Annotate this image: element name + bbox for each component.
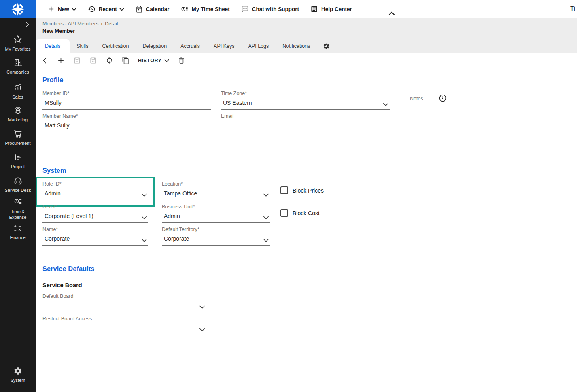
business-unit-dropdown[interactable]: Admin	[162, 212, 270, 223]
default-board-field: Default Board	[42, 293, 211, 312]
gear-icon	[13, 367, 22, 375]
tab-api-logs[interactable]: API Logs	[242, 39, 276, 53]
top-nav: New Recent Calendar My Time Sheet Chat w…	[48, 0, 352, 18]
sidebar-item-time-expense[interactable]: Time & Expense	[0, 197, 36, 220]
checkbox-unchecked-icon	[280, 209, 288, 217]
member-id-field: Member ID* MSully	[42, 91, 211, 110]
level-value: Corporate (Level 1)	[42, 212, 148, 220]
name-value: Corporate	[42, 235, 148, 243]
sidebar-item-label: Time & Expense	[0, 209, 36, 220]
sidebar-item-my-favorites[interactable]: My Favorites	[0, 34, 36, 52]
business-unit-field: Business Unit* Admin	[162, 204, 270, 223]
chat-with-support-button[interactable]: Chat with Support	[241, 5, 299, 13]
notes-timestamp-button[interactable]	[439, 94, 447, 102]
tab-skills[interactable]: Skills	[70, 39, 95, 53]
recent-button[interactable]: Recent	[88, 5, 124, 13]
restrict-board-access-label: Restrict Board Access	[42, 316, 211, 322]
tab-accruals[interactable]: Accruals	[174, 39, 207, 53]
record-toolbar: HISTORY	[36, 53, 577, 68]
history-icon	[88, 5, 95, 13]
member-id-input[interactable]: MSully	[42, 99, 211, 110]
my-time-sheet-label: My Time Sheet	[192, 6, 230, 12]
save-and-close-button[interactable]	[89, 57, 97, 64]
restrict-board-access-dropdown[interactable]	[42, 324, 211, 335]
tab-notifications[interactable]: Notifications	[276, 39, 317, 53]
sidebar-item-label: Project	[9, 164, 27, 170]
role-id-field: Role ID* Admin	[42, 181, 148, 200]
chat-with-support-label: Chat with Support	[252, 6, 299, 12]
tab-api-keys[interactable]: API Keys	[207, 39, 241, 53]
sidebar-item-sales[interactable]: Sales	[0, 83, 36, 100]
profile-section-heading: Profile	[42, 76, 63, 84]
location-dropdown[interactable]: Tampa Office	[162, 189, 270, 200]
history-dropdown[interactable]: HISTORY	[138, 58, 169, 64]
marketing-icon	[13, 106, 23, 115]
member-id-value: MSully	[42, 99, 211, 107]
chevron-down-icon	[383, 103, 389, 106]
companies-icon	[13, 58, 23, 67]
default-board-dropdown[interactable]	[42, 301, 211, 312]
sidebar-expand-button[interactable]	[24, 21, 30, 28]
default-territory-label: Default Territory*	[162, 227, 270, 233]
timesheet-icon	[181, 5, 189, 13]
sidebar-item-label: Procurement	[3, 140, 33, 146]
back-button[interactable]	[41, 57, 49, 64]
breadcrumb-link[interactable]: Members - API Members	[42, 21, 98, 27]
add-button[interactable]	[57, 57, 65, 64]
connectwise-logo[interactable]	[0, 0, 36, 18]
copy-button[interactable]	[122, 57, 129, 64]
my-time-sheet-button[interactable]: My Time Sheet	[181, 5, 230, 13]
sidebar-item-project[interactable]: Project	[0, 153, 36, 170]
collapse-topbar-button[interactable]	[388, 11, 395, 15]
notes-textarea[interactable]	[410, 108, 577, 146]
location-value: Tampa Office	[162, 189, 270, 198]
level-label: Level*	[42, 204, 148, 210]
block-prices-checkbox[interactable]: Block Prices	[280, 186, 324, 194]
new-button[interactable]: New	[48, 6, 76, 13]
sidebar-item-marketing[interactable]: Marketing	[0, 106, 36, 123]
block-cost-checkbox[interactable]: Block Cost	[280, 209, 320, 217]
business-unit-label: Business Unit*	[162, 204, 270, 210]
breadcrumb-current: Detail	[105, 21, 118, 27]
time-zone-dropdown[interactable]: US Eastern	[221, 99, 390, 110]
tab-delegation[interactable]: Delegation	[136, 39, 174, 53]
chevron-down-icon	[263, 216, 269, 220]
chevron-down-icon	[119, 8, 124, 11]
sidebar-item-label: My Favorites	[3, 46, 33, 52]
tab-certification[interactable]: Certification	[95, 39, 136, 53]
sidebar-item-system[interactable]: System	[0, 367, 36, 383]
role-id-dropdown[interactable]: Admin	[42, 189, 148, 200]
sidebar-item-finance[interactable]: Finance	[0, 223, 36, 240]
sales-icon	[13, 83, 23, 92]
refresh-button[interactable]	[106, 57, 113, 64]
tab-details[interactable]: Details	[36, 39, 70, 53]
calendar-label: Calendar	[146, 6, 170, 12]
delete-button[interactable]	[178, 57, 185, 64]
chevron-down-icon	[263, 239, 269, 242]
default-territory-dropdown[interactable]: Corporate	[162, 235, 270, 246]
breadcrumb-separator: ›	[101, 21, 102, 27]
name-dropdown[interactable]: Corporate	[42, 235, 148, 246]
email-input[interactable]	[221, 121, 390, 132]
finance-icon	[13, 223, 23, 233]
member-name-input[interactable]: Matt Sully	[42, 121, 211, 132]
level-field: Level* Corporate (Level 1)	[42, 204, 148, 223]
sidebar-item-procurement[interactable]: Procurement	[0, 129, 36, 146]
member-name-field: Member Name* Matt Sully	[42, 113, 211, 132]
checkbox-unchecked-icon	[280, 186, 288, 194]
level-dropdown[interactable]: Corporate (Level 1)	[42, 212, 148, 223]
help-center-label: Help Center	[321, 6, 352, 12]
tab-settings-button[interactable]	[317, 39, 336, 53]
save-button[interactable]	[73, 57, 81, 64]
sidebar-item-label: Marketing	[6, 117, 30, 123]
sidebar-item-service-desk[interactable]: Service Desk	[0, 176, 36, 193]
sidebar-item-companies[interactable]: Companies	[0, 58, 36, 75]
breadcrumb-bar: Members - API Members › Detail New Membe…	[36, 18, 577, 39]
help-center-button[interactable]: Help Center	[310, 5, 352, 13]
location-label: Location*	[162, 181, 270, 187]
top-bar: New Recent Calendar My Time Sheet Chat w…	[0, 0, 577, 18]
sync-icon	[106, 57, 113, 64]
time-zone-value: US Eastern	[221, 99, 390, 107]
time-expense-icon	[13, 197, 23, 207]
calendar-button[interactable]: Calendar	[136, 6, 170, 13]
